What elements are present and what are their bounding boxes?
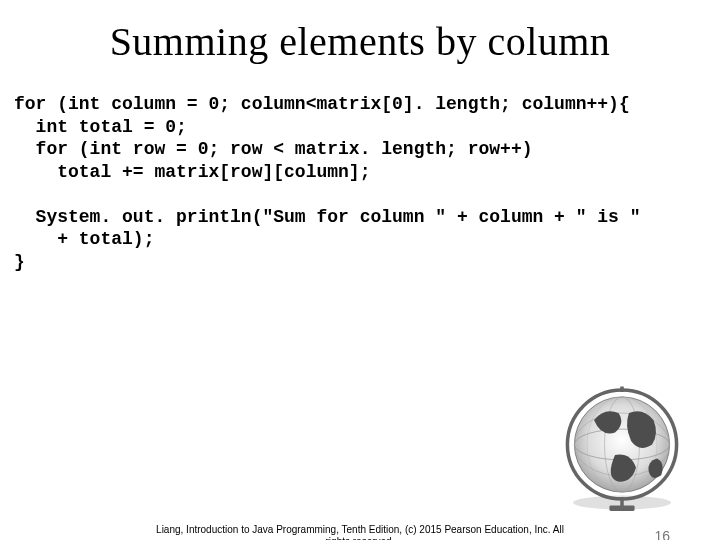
- code-block: for (int column = 0; column<matrix[0]. l…: [0, 93, 720, 273]
- svg-rect-7: [609, 505, 634, 511]
- slide-title: Summing elements by column: [0, 18, 720, 65]
- globe-icon: [552, 378, 692, 518]
- footer-attribution: Liang, Introduction to Java Programming,…: [0, 524, 720, 540]
- slide: Summing elements by column for (int colu…: [0, 18, 720, 540]
- footer-line-2: rights reserved.: [326, 536, 395, 540]
- page-number: 16: [654, 528, 670, 540]
- footer-line-1: Liang, Introduction to Java Programming,…: [156, 524, 564, 535]
